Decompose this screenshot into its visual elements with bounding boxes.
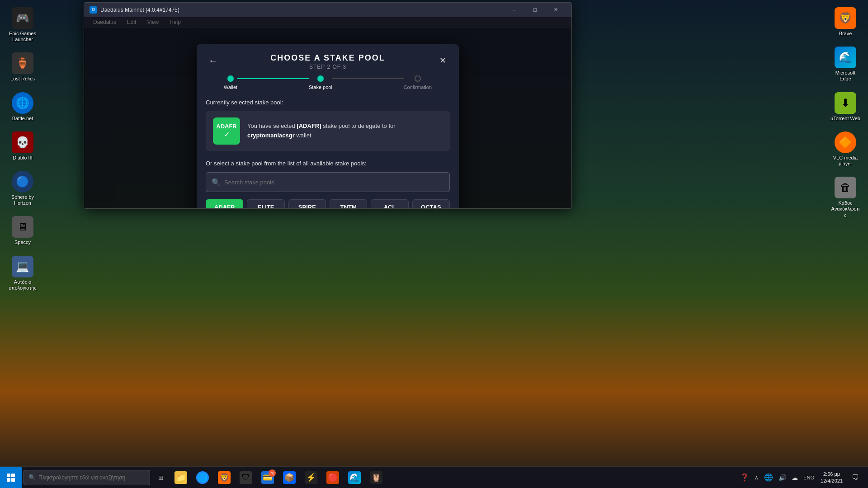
taskbar-search-input[interactable]	[38, 474, 145, 481]
selected-pool-box: ADAFR ✓ You have selected [ADAFR] stake …	[206, 111, 450, 151]
taskbar-app-spark[interactable]: ⚡	[300, 467, 322, 488]
pool-card-acl[interactable]: ACL 5	[371, 199, 408, 209]
desktop-icon-label: Κάδος Ανακύκλωσης	[830, 200, 861, 218]
svg-rect-3	[11, 478, 15, 482]
search-box: 🔍	[206, 172, 450, 192]
desktop-icon-label: Lost Relics	[10, 76, 35, 82]
modal-title: CHOOSE A STAKE POOL STEP 2 OF 3	[270, 53, 385, 70]
search-icon: 🔍	[212, 178, 221, 187]
choose-stake-pool-modal: ← CHOOSE A STAKE POOL STEP 2 OF 3 ✕ Wall…	[197, 44, 459, 209]
window-titlebar: D Daedalus Mainnet (4.0.4#17475) − ◻ ✕	[84, 3, 571, 17]
close-button[interactable]: ✕	[545, 3, 566, 17]
step-label-confirmation: Confirmation	[404, 84, 432, 90]
systray-lang[interactable]: ENG	[801, 467, 817, 488]
desktop-icon-label: VLC media player	[830, 155, 861, 167]
notification-icon: 🗨	[852, 474, 859, 482]
desktop-icon-label: Αυτός ο υπολογιστής	[7, 279, 38, 291]
owl-icon: 🦉	[370, 471, 382, 484]
svg-rect-0	[7, 474, 10, 477]
desktop-icon-edge[interactable]: 🌊 Microsoft Edge	[827, 44, 863, 84]
taskbar-app-browser1[interactable]: 🌐	[192, 467, 213, 488]
desktop-icons-left: 🎮 Epic Games Launcher 🏺 Lost Relics 🌐 Ba…	[5, 5, 77, 461]
systray-cloud[interactable]: ☁	[789, 467, 801, 488]
desktop-icon-label: Diablo III	[13, 155, 32, 161]
or-select-label: Or select a stake pool from the list of …	[206, 160, 450, 167]
desktop-icon-utorrent[interactable]: ⬇ uTorrent Web	[827, 89, 863, 124]
pool-card-spire[interactable]: SPIRE 3	[288, 199, 326, 209]
step-label-stakepool: Stake pool	[309, 84, 332, 90]
selected-pool-info: You have selected [ADAFR] stake pool to …	[247, 122, 443, 141]
desktop-icon-label: Sphere by Horizen	[7, 194, 38, 206]
selected-pool-label: Currently selected stake pool:	[206, 99, 450, 106]
minimize-button[interactable]: −	[504, 3, 524, 17]
dropbox-icon: 📦	[283, 471, 296, 484]
pool-card-octas[interactable]: OCTAS 6	[412, 199, 450, 209]
office-icon: 🔴	[326, 471, 339, 484]
main-window: D Daedalus Mainnet (4.0.4#17475) − ◻ ✕ D…	[84, 2, 572, 209]
systray-expand[interactable]: ∧	[752, 467, 761, 488]
systray-notifications-button[interactable]: 🗨	[846, 467, 864, 488]
step-wallet: Wallet	[224, 75, 237, 90]
svg-rect-2	[7, 478, 10, 482]
selected-pool-badge-check: ✓	[224, 130, 230, 139]
desktop-icon-label: Epic Games Launcher	[7, 31, 38, 42]
window-controls: − ◻ ✕	[504, 3, 566, 17]
taskbar-app-badge[interactable]: 💳 78	[257, 467, 278, 488]
desktop-icon-epic-games[interactable]: 🎮 Epic Games Launcher	[5, 5, 41, 45]
browser-icon: 🌐	[196, 471, 209, 484]
desktop-icon-label: uTorrent Web	[830, 116, 860, 122]
window-title: D Daedalus Mainnet (4.0.4#17475)	[90, 6, 504, 14]
desktop-icon-vlc[interactable]: 🔶 VLC media player	[827, 129, 863, 169]
desktop-icon-diablo[interactable]: 💀 Diablo III	[5, 129, 41, 164]
spark-icon: ⚡	[305, 471, 317, 484]
step-label-wallet: Wallet	[224, 84, 237, 90]
steps-indicator: Wallet Stake pool Confirmation	[197, 70, 459, 90]
systray-question[interactable]: ❓	[737, 467, 752, 488]
step-connector-2	[332, 78, 404, 79]
desktop-icon-computer[interactable]: 💻 Αυτός ο υπολογιστής	[5, 253, 41, 294]
taskbar-app-explorer[interactable]: 📁	[170, 467, 192, 488]
start-button[interactable]	[0, 467, 22, 488]
taskbar-systray: ❓ ∧ 🌐 🔊 ☁ ENG 2:56 μμ 12/4/2021 🗨	[734, 467, 868, 488]
taskbar-app-office[interactable]: 🔴	[322, 467, 344, 488]
restore-button[interactable]: ◻	[524, 3, 545, 17]
systray-network[interactable]: 🌐	[761, 467, 776, 488]
taskbar-app-shield[interactable]: 🛡	[235, 467, 257, 488]
desktop-icon-sphere[interactable]: 🔵 Sphere by Horizen	[5, 168, 41, 209]
taskbar-search[interactable]: 🔍	[24, 470, 150, 485]
search-input[interactable]	[224, 179, 444, 186]
systray-sound[interactable]: 🔊	[776, 467, 789, 488]
systray-clock[interactable]: 2:56 μμ 12/4/2021	[817, 471, 846, 484]
step-confirmation: Confirmation	[404, 75, 432, 90]
edge-icon: 🌊	[348, 471, 361, 484]
pool-card-adafr[interactable]: ADAFR ✓	[206, 199, 243, 209]
step-circle-wallet	[227, 75, 234, 82]
taskbar-app-dropbox[interactable]: 📦	[278, 467, 300, 488]
desktop-icon-brave[interactable]: 🦁 Brave	[827, 5, 863, 39]
selected-pool-badge-name: ADAFR	[216, 123, 237, 129]
desktop-icons-right: 🦁 Brave 🌊 Microsoft Edge ⬇ uTorrent Web …	[827, 5, 863, 221]
desktop-icon-recycle[interactable]: 🗑 Κάδος Ανακύκλωσης	[827, 174, 863, 221]
taskbar-app-edge[interactable]: 🌊	[344, 467, 365, 488]
modal-close-button[interactable]: ✕	[435, 53, 450, 68]
desktop-icon-label: Microsoft Edge	[830, 70, 861, 82]
desktop-icon-lost-relics[interactable]: 🏺 Lost Relics	[5, 50, 41, 84]
desktop-icon-battlenet[interactable]: 🌐 Battle.net	[5, 89, 41, 124]
pool-grid-row1: ADAFR ✓ ELITE 2	[206, 199, 450, 209]
taskbar-app-brave[interactable]: 🦁	[213, 467, 235, 488]
selected-pool-badge: ADAFR ✓	[213, 117, 240, 145]
task-view-button[interactable]: ⊞	[152, 467, 170, 488]
svg-rect-1	[11, 474, 15, 477]
task-view-icon: ⊞	[158, 474, 164, 481]
step-connector-1	[237, 78, 309, 79]
pool-card-tntm[interactable]: TNTM 4	[330, 199, 367, 209]
modal-body: Currently selected stake pool: ADAFR ✓ Y…	[197, 90, 459, 209]
back-button[interactable]: ←	[206, 53, 220, 68]
window-icon: D	[90, 6, 97, 14]
shield-icon: 🛡	[240, 471, 252, 484]
desktop-icon-speccy[interactable]: 🖥 Speccy	[5, 213, 41, 248]
taskbar-app-owl[interactable]: 🦉	[365, 467, 387, 488]
step-circle-stakepool	[317, 75, 324, 82]
pool-card-elite[interactable]: ELITE 2	[247, 199, 284, 209]
taskbar-search-icon: 🔍	[28, 474, 36, 481]
